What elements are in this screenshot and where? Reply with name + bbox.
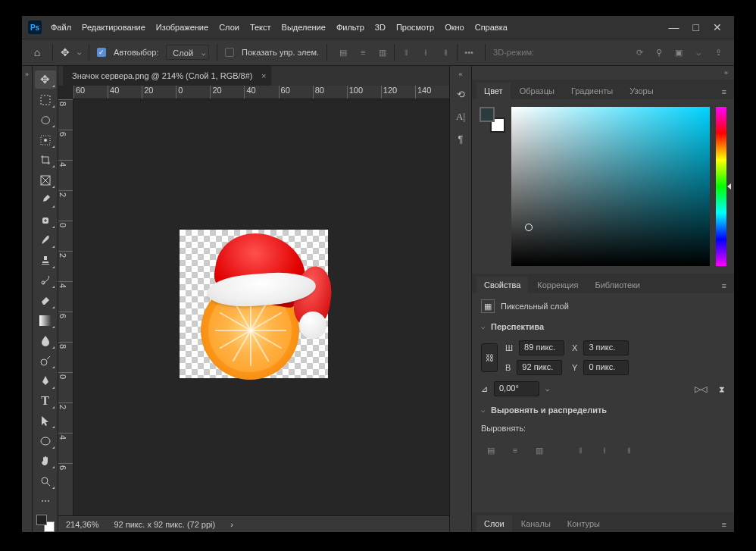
align-left-icon[interactable]: ▤ [335, 44, 351, 61]
tab-patterns[interactable]: Узоры [622, 83, 661, 99]
eyedropper-tool[interactable] [35, 191, 56, 209]
fg-bg-swatch[interactable] [36, 515, 55, 532]
align-middle-v-icon[interactable]: ⫲ [417, 44, 434, 61]
layout-icon[interactable]: ▣ [670, 44, 687, 61]
zoom-tool[interactable] [35, 471, 56, 490]
height-input[interactable]: 92 пикс. [517, 360, 562, 375]
chevron-down-icon[interactable]: ⌵ [690, 44, 707, 61]
hand-tool[interactable] [35, 452, 56, 470]
menu-image[interactable]: Изображение [156, 23, 208, 32]
y-input[interactable]: 0 пикс. [583, 360, 629, 375]
heal-tool[interactable] [35, 211, 56, 229]
eraser-tool[interactable] [35, 291, 56, 309]
menu-filter[interactable]: Фильтр [336, 23, 364, 32]
marquee-tool[interactable] [35, 90, 56, 108]
toggle-icon[interactable]: « [458, 70, 462, 78]
panel-menu-icon[interactable]: ≡ [714, 278, 734, 293]
minimize-button[interactable]: — [669, 21, 679, 33]
menu-view[interactable]: Просмотр [396, 23, 434, 32]
menu-layer[interactable]: Слои [219, 23, 239, 32]
share-icon[interactable]: ⇪ [710, 44, 726, 61]
flip-v-icon[interactable]: ⧗ [719, 384, 725, 394]
tab-adjustments[interactable]: Коррекция [530, 277, 586, 293]
tab-swatches[interactable]: Образцы [512, 83, 562, 99]
more-align-icon[interactable]: ••• [461, 44, 477, 61]
orbit-icon[interactable]: ⟳ [631, 44, 648, 61]
tab-paths[interactable]: Контуры [560, 515, 608, 532]
history-brush-tool[interactable] [35, 271, 56, 290]
align-bottom-icon[interactable]: ⫵ [619, 442, 639, 459]
lasso-tool[interactable] [35, 111, 56, 129]
toggle-icon[interactable]: » [25, 70, 29, 78]
tab-channels[interactable]: Каналы [514, 515, 558, 532]
blur-tool[interactable] [35, 331, 56, 349]
brush-tool[interactable] [35, 231, 56, 249]
menu-window[interactable]: Окно [445, 23, 464, 32]
fg-bg-panel-swatch[interactable] [480, 107, 505, 133]
menu-select[interactable]: Выделение [282, 23, 326, 32]
autoselect-checkbox[interactable]: ✓ [97, 48, 106, 57]
zoom-value[interactable]: 214,36% [66, 520, 98, 529]
document-tab[interactable]: Значок сервера.png @ 214% (Слой 1, RGB/8… [63, 66, 271, 86]
move-tool-icon[interactable]: ✥ [61, 46, 70, 58]
close-button[interactable]: ✕ [713, 21, 722, 33]
panel-toggle[interactable]: » [472, 66, 734, 80]
panel-menu-icon[interactable]: ≡ [714, 84, 734, 99]
chevron-right-icon[interactable]: › [230, 520, 233, 529]
menu-file[interactable]: Файл [51, 23, 71, 32]
flip-h-icon[interactable]: ▷◁ [695, 384, 707, 394]
transform-header[interactable]: ⌵ Перспектива [481, 319, 725, 334]
panel-menu-icon[interactable]: ≡ [714, 517, 734, 532]
align-top-icon[interactable]: ⫴ [398, 44, 414, 61]
x-input[interactable]: 3 пикс. [583, 340, 629, 355]
type-tool[interactable]: T [35, 392, 56, 410]
tab-libraries[interactable]: Библиотеки [587, 277, 648, 293]
dodge-tool[interactable] [35, 352, 56, 370]
edit-toolbar[interactable]: ⋯ [35, 492, 56, 510]
autoselect-dropdown[interactable]: Слой [166, 45, 209, 60]
close-tab-icon[interactable]: × [261, 71, 266, 80]
pen-tool[interactable] [35, 371, 56, 390]
angle-chevron-icon[interactable]: ⌵ [545, 385, 549, 393]
align-top-icon[interactable]: ⫴ [570, 442, 590, 459]
gradient-tool[interactable] [35, 312, 56, 330]
show-controls-checkbox[interactable] [225, 48, 234, 57]
chevron-down-icon[interactable]: ⌵ [77, 49, 81, 56]
doc-dimensions[interactable]: 92 пикс. x 92 пикс. (72 ppi) [114, 520, 215, 529]
paragraph-icon[interactable]: ¶ [458, 133, 464, 145]
align-middle-v-icon[interactable]: ⫲ [595, 442, 614, 459]
align-bottom-icon[interactable]: ⫵ [437, 44, 454, 61]
home-icon[interactable]: ⌂ [30, 45, 45, 59]
menu-help[interactable]: Справка [475, 23, 508, 32]
color-field[interactable] [511, 107, 710, 266]
path-select-tool[interactable] [35, 412, 56, 430]
align-center-h-icon[interactable]: ≡ [505, 442, 525, 459]
crop-tool[interactable] [35, 151, 56, 169]
maximize-button[interactable]: □ [693, 21, 699, 33]
menu-edit[interactable]: Редактирование [82, 23, 145, 32]
character-icon[interactable]: A| [456, 111, 465, 123]
align-center-h-icon[interactable]: ≡ [355, 44, 371, 61]
align-right-icon[interactable]: ▥ [530, 442, 549, 459]
history-icon[interactable]: ⟲ [457, 89, 465, 100]
align-right-icon[interactable]: ▥ [374, 44, 391, 61]
canvas-viewport[interactable]: 60 40 20 0 20 40 60 80 100 120 140 8 6 4… [58, 86, 449, 515]
move-tool[interactable]: ✥ [35, 70, 56, 89]
menu-3d[interactable]: 3D [375, 23, 386, 32]
align-header[interactable]: ⌵ Выровнять и распределить [481, 402, 725, 418]
align-left-icon[interactable]: ▤ [481, 442, 501, 459]
link-wh-button[interactable]: ⛓ [481, 343, 498, 372]
stamp-tool[interactable] [35, 251, 56, 269]
tab-properties[interactable]: Свойства [476, 277, 528, 293]
quick-select-tool[interactable] [35, 130, 56, 149]
angle-input[interactable]: 0,00° [494, 381, 539, 396]
tab-gradients[interactable]: Градиенты [564, 83, 620, 99]
frame-tool[interactable] [35, 171, 56, 189]
document-canvas[interactable] [180, 230, 328, 378]
tab-layers[interactable]: Слои [476, 515, 512, 532]
hue-slider[interactable] [716, 107, 726, 266]
width-input[interactable]: 89 пикс. [519, 340, 564, 355]
shape-tool[interactable] [35, 431, 56, 449]
tab-color[interactable]: Цвет [476, 83, 511, 99]
menu-type[interactable]: Текст [250, 23, 271, 32]
